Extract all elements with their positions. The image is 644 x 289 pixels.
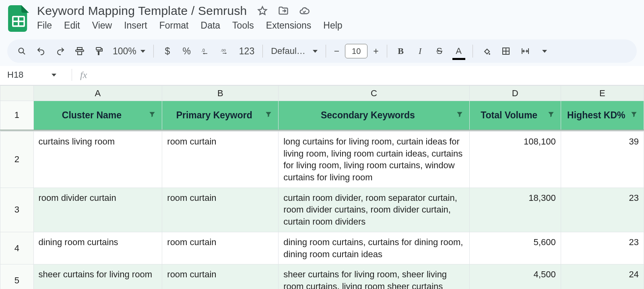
- select-all-corner[interactable]: [0, 86, 34, 101]
- row-header-2[interactable]: 2: [0, 132, 34, 188]
- header-primary-keyword[interactable]: Primary Keyword: [162, 101, 279, 130]
- font-size-increase[interactable]: +: [373, 46, 378, 57]
- search-icon[interactable]: [16, 44, 27, 58]
- decrease-decimal-icon[interactable]: .0: [200, 44, 212, 58]
- row-header-3[interactable]: 3: [0, 188, 34, 232]
- cell-volume[interactable]: 108,100: [469, 132, 561, 188]
- cell-kd[interactable]: 24: [561, 264, 644, 289]
- toolbar-separator: [387, 45, 387, 58]
- borders-icon[interactable]: [500, 44, 512, 58]
- menu-help[interactable]: Help: [323, 20, 342, 31]
- spreadsheet-grid[interactable]: A B C D E 1 Cluster Name Primary Keyword…: [0, 85, 644, 289]
- menu-insert[interactable]: Insert: [124, 20, 147, 31]
- fill-color-icon[interactable]: [481, 44, 492, 58]
- redo-icon[interactable]: [55, 44, 66, 58]
- row-header-4[interactable]: 4: [0, 232, 34, 264]
- column-header-row: A B C D E: [0, 86, 644, 101]
- undo-icon[interactable]: [35, 44, 47, 58]
- table-row: 2 curtains living room room curtain long…: [0, 132, 644, 188]
- cell-cluster[interactable]: curtains living room: [33, 132, 162, 188]
- cell-primary[interactable]: room curtain: [162, 264, 279, 289]
- row-header-5[interactable]: 5: [0, 264, 34, 289]
- more-tools-dropdown[interactable]: [539, 44, 550, 58]
- row-header-1[interactable]: 1: [0, 101, 34, 130]
- filter-icon[interactable]: [630, 110, 638, 121]
- menu-edit[interactable]: Edit: [64, 20, 80, 31]
- table-row: 4 dining room curtains room curtain dini…: [0, 232, 644, 264]
- svg-text:.0: .0: [201, 48, 205, 53]
- cell-volume[interactable]: 4,500: [469, 264, 561, 289]
- header-highest-kd[interactable]: Highest KD%: [561, 101, 644, 130]
- format-plain-number[interactable]: 123: [239, 44, 254, 58]
- paint-format-icon[interactable]: [93, 44, 105, 58]
- increase-decimal-icon[interactable]: .00: [220, 44, 231, 58]
- menu-extensions[interactable]: Extensions: [266, 20, 312, 31]
- cell-kd[interactable]: 23: [561, 232, 644, 264]
- header-secondary-keywords[interactable]: Secondary Keywords: [279, 101, 470, 130]
- cell-volume[interactable]: 18,300: [469, 188, 561, 232]
- column-header-d[interactable]: D: [469, 86, 561, 101]
- format-percent[interactable]: %: [181, 44, 192, 58]
- menu-view[interactable]: View: [92, 20, 112, 31]
- strikethrough-button[interactable]: S: [434, 44, 445, 58]
- cell-secondary[interactable]: curtain room divider, room separator cur…: [279, 188, 470, 232]
- header-label: Highest KD%: [567, 110, 626, 121]
- font-family-dropdown[interactable]: Defaul…: [271, 44, 318, 58]
- merge-cells-icon[interactable]: [520, 44, 531, 58]
- font-size-decrease[interactable]: −: [334, 46, 339, 57]
- fx-icon: fx: [80, 70, 87, 81]
- filter-icon[interactable]: [547, 110, 555, 121]
- menu-data[interactable]: Data: [201, 20, 221, 31]
- toolbar-separator: [326, 45, 326, 58]
- formula-bar: H18 fx: [0, 66, 644, 85]
- toolbar-separator: [262, 45, 263, 58]
- table-row: 5 sheer curtains for living room room cu…: [0, 264, 644, 289]
- print-icon[interactable]: [74, 44, 85, 58]
- cell-primary[interactable]: room curtain: [162, 232, 279, 264]
- cell-cluster[interactable]: dining room curtains: [33, 232, 162, 264]
- filter-icon[interactable]: [264, 110, 272, 121]
- cell-secondary[interactable]: sheer curtains for living room, sheer li…: [279, 264, 470, 289]
- menu-tools[interactable]: Tools: [232, 20, 254, 31]
- document-title[interactable]: Keyword Mapping Template / Semrush: [37, 4, 247, 18]
- filter-icon[interactable]: [456, 110, 464, 121]
- header-label: Secondary Keywords: [284, 110, 452, 121]
- cloud-saved-icon[interactable]: [299, 5, 310, 17]
- svg-point-3: [19, 48, 24, 53]
- caret-down-icon: [52, 74, 56, 76]
- move-to-folder-icon[interactable]: [278, 5, 289, 17]
- cell-cluster[interactable]: sheer curtains for living room: [33, 264, 162, 289]
- header-total-volume[interactable]: Total Volume: [469, 101, 561, 130]
- cell-secondary[interactable]: long curtains for living room, curtain i…: [279, 132, 470, 188]
- column-header-a[interactable]: A: [33, 86, 162, 101]
- caret-down-icon: [542, 50, 547, 53]
- table-row: 3 room divider curtain room curtain curt…: [0, 188, 644, 232]
- cell-primary[interactable]: room curtain: [162, 188, 279, 232]
- menu-format[interactable]: Format: [159, 20, 189, 31]
- cell-kd[interactable]: 39: [561, 132, 644, 188]
- cell-secondary[interactable]: dining room curtains, curtains for dinin…: [279, 232, 470, 264]
- format-currency[interactable]: $: [162, 44, 173, 58]
- italic-button[interactable]: I: [415, 44, 426, 58]
- sheets-logo[interactable]: [7, 4, 30, 33]
- star-icon[interactable]: [257, 5, 268, 17]
- svg-rect-6: [78, 52, 82, 55]
- cell-volume[interactable]: 5,600: [469, 232, 561, 264]
- text-color-button[interactable]: A: [453, 44, 464, 58]
- column-header-b[interactable]: B: [162, 86, 279, 101]
- font-size-input[interactable]: 10: [345, 44, 367, 58]
- cell-cluster[interactable]: room divider curtain: [33, 188, 162, 232]
- header-label: Total Volume: [475, 110, 543, 121]
- zoom-dropdown[interactable]: 100%: [113, 44, 145, 58]
- menu-file[interactable]: File: [37, 20, 52, 31]
- header-cluster-name[interactable]: Cluster Name: [33, 101, 162, 130]
- column-header-c[interactable]: C: [279, 86, 470, 101]
- cell-primary[interactable]: room curtain: [162, 132, 279, 188]
- column-header-e[interactable]: E: [561, 86, 644, 101]
- bold-button[interactable]: B: [395, 44, 407, 58]
- app-header: Keyword Mapping Template / Semrush File …: [0, 0, 644, 35]
- cell-kd[interactable]: 23: [561, 188, 644, 232]
- filter-icon[interactable]: [148, 110, 156, 121]
- name-box[interactable]: H18: [7, 70, 64, 80]
- toolbar: 100% $ % .0 .00 123 Defaul… − 10 + B I S…: [7, 39, 637, 63]
